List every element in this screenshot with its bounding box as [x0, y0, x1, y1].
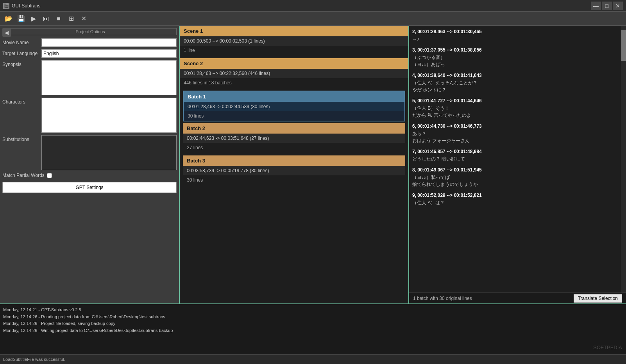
middle-panel: › Scene 1 00:00:00,500 --> 00:00:02,503 …: [180, 26, 409, 303]
subtitle-text-4: （住人 A）えっそんなことが？ やだ ホントに？: [412, 79, 623, 93]
subtitle-header-2: 2, 00:01:28,463 --> 00:01:30,465: [412, 29, 623, 34]
watermark: SOFTPEDIA: [593, 344, 622, 350]
batch3-container[interactable]: Batch 3 00:03:58,739 -> 00:05:19,778 (30…: [183, 155, 405, 185]
titlebar-title: GUI-Subtrans: [12, 3, 40, 9]
grid-button[interactable]: ⊞: [66, 13, 77, 24]
minimize-button[interactable]: —: [591, 2, 601, 10]
save-button[interactable]: 💾: [16, 13, 27, 24]
stop-button[interactable]: ■: [53, 13, 64, 24]
subtitle-entry-4: 4, 00:01:38,640 --> 00:01:41,643 （住人 A）え…: [412, 73, 623, 93]
log-entry-1: Monday, 12:14:26 - Reading project data …: [3, 314, 623, 321]
target-language-row: Target Language: [2, 49, 177, 58]
subtitle-entry-9: 9, 00:01:52,029 --> 00:01:52,821 （住人 A）は…: [412, 193, 623, 206]
main-area: ◀ Project Options Movie Name Target Lang…: [0, 26, 626, 303]
open-button[interactable]: 📂: [3, 13, 14, 24]
subtitle-header-6: 6, 00:01:44,730 --> 00:01:46,773: [412, 123, 623, 129]
scrollbar-track[interactable]: [621, 26, 626, 293]
scene1-lines: 1 line: [180, 46, 408, 55]
statusbar-text: LoadSubtitleFile was successful.: [3, 357, 65, 362]
batch1-container[interactable]: Batch 1 00:01:28,463 -> 00:02:44,539 (30…: [183, 91, 405, 121]
characters-group: Characters: [2, 98, 177, 133]
subtitle-text-2: ～♪: [412, 36, 623, 43]
scene1-label: Scene 1: [184, 28, 203, 34]
batch3-lines: 30 lines: [183, 175, 405, 185]
scene2-label: Scene 2: [184, 61, 203, 66]
app-icon: 🎬: [3, 3, 9, 9]
log-entry-2: Monday, 12:14:26 - Project file loaded, …: [3, 320, 623, 327]
substitutions-group: Substitutions: [2, 135, 177, 170]
subtitle-entry-6: 6, 00:01:44,730 --> 00:01:46,773 あら？ おはよ…: [412, 123, 623, 144]
characters-label: Characters: [2, 98, 41, 133]
play-button[interactable]: ▶: [28, 13, 39, 24]
match-partial-row: Match Partial Words: [2, 173, 177, 178]
subtitle-text-9: （住人 A）は？: [412, 199, 623, 206]
subtitle-header-9: 9, 00:01:52,029 --> 00:01:52,821: [412, 193, 623, 198]
close-project-button[interactable]: ✕: [78, 13, 89, 24]
close-button[interactable]: ✕: [613, 2, 623, 10]
maximize-button[interactable]: □: [602, 2, 612, 10]
subtitle-text-5: （住人 B）そう！ だから 私 言ってやったのよ: [412, 105, 623, 119]
batch2-header[interactable]: Batch 2: [183, 123, 405, 134]
batch1-lines: 30 lines: [184, 111, 404, 121]
batch2-time: 00:02:44,623 -> 00:03:51,648 (27 lines): [183, 134, 405, 143]
titlebar-left: 🎬 GUI-Subtrans: [3, 3, 40, 9]
statusbar: LoadSubtitleFile was successful.: [0, 354, 626, 364]
match-partial-label: Match Partial Words: [2, 173, 45, 178]
synopsis-input[interactable]: [41, 60, 177, 95]
subtitle-entry-2: 2, 00:01:28,463 --> 00:01:30,465 ～♪: [412, 29, 623, 43]
batch2-label: Batch 2: [187, 125, 205, 131]
substitutions-input[interactable]: [41, 135, 177, 170]
toolbar: 📂 💾 ▶ ⏭ ■ ⊞ ✕: [0, 12, 626, 26]
match-partial-checkbox[interactable]: [47, 173, 52, 178]
characters-input[interactable]: [41, 98, 177, 133]
left-panel: ◀ Project Options Movie Name Target Lang…: [0, 26, 180, 303]
subtitle-entry-3: 3, 00:01:37,055 --> 00:01:38,056 （ぶつかる音）…: [412, 47, 623, 68]
subtitle-header-4: 4, 00:01:38,640 --> 00:01:41,643: [412, 73, 623, 78]
gpt-settings-button[interactable]: GPT Settings: [2, 182, 177, 193]
watermark-text: SOFTPEDIA: [593, 344, 622, 350]
skip-button[interactable]: ⏭: [41, 13, 52, 24]
subtitle-list: 2, 00:01:28,463 --> 00:01:30,465 ～♪ 3, 0…: [409, 26, 626, 293]
target-language-input[interactable]: [41, 49, 177, 58]
titlebar-controls: — □ ✕: [591, 2, 623, 10]
titlebar: 🎬 GUI-Subtrans — □ ✕: [0, 0, 626, 12]
synopsis-label: Synopsis: [2, 60, 41, 95]
target-language-label: Target Language: [2, 51, 41, 56]
subtitle-header-7: 7, 00:01:46,857 --> 00:01:48,984: [412, 149, 623, 154]
scene2-lines: 446 lines in 18 batches: [180, 78, 408, 87]
movie-name-input[interactable]: [41, 38, 177, 47]
subtitle-header-8: 8, 00:01:49,067 --> 00:01:51,945: [412, 167, 623, 173]
log-panel: Monday, 12:14:21 - GPT-Subtrans v0.2.5 M…: [0, 303, 626, 354]
batch1-time: 00:01:28,463 -> 00:02:44,539 (30 lines): [184, 102, 404, 111]
scene2-header[interactable]: Scene 2: [180, 58, 408, 69]
subtitle-text-3: （ぶつかる音） （ヨル）あばっ: [412, 54, 623, 68]
batch2-container[interactable]: Batch 2 00:02:44,623 -> 00:03:51,648 (27…: [183, 123, 405, 152]
subtitle-text-6: あら？ おはよう フォージャーさん: [412, 130, 623, 144]
scene1-header[interactable]: Scene 1: [180, 26, 408, 36]
subtitle-entry-5: 5, 00:01:41,727 --> 00:01:44,646 （住人 B）そ…: [412, 98, 623, 119]
synopsis-group: Synopsis: [2, 60, 177, 95]
log-entry-0: Monday, 12:14:21 - GPT-Subtrans v0.2.5: [3, 307, 623, 314]
batch3-label: Batch 3: [187, 158, 205, 164]
batch1-header[interactable]: Batch 1: [184, 91, 404, 102]
batch3-header[interactable]: Batch 3: [183, 155, 405, 166]
panel-title: Project Options: [4, 28, 177, 35]
batch3-time: 00:03:58,739 -> 00:05:19,778 (30 lines): [183, 166, 405, 175]
footer-status: 1 batch with 30 original lines: [413, 296, 472, 301]
batch2-lines: 27 lines: [183, 143, 405, 152]
batch1-label: Batch 1: [188, 94, 206, 100]
back-button[interactable]: ◀: [2, 28, 11, 37]
log-entry-3: Monday, 12:14:26 - Writing project data …: [3, 327, 623, 334]
movie-name-label: Movie Name: [2, 40, 41, 45]
subtitle-entry-8: 8, 00:01:49,067 --> 00:01:51,945 （ヨル）私って…: [412, 167, 623, 188]
scrollbar-thumb[interactable]: [621, 30, 626, 61]
substitutions-label: Substitutions: [2, 135, 41, 170]
subtitle-header-5: 5, 00:01:41,727 --> 00:01:44,646: [412, 98, 623, 103]
scene2-time: 00:01:28,463 --> 00:22:32,560 (446 lines…: [180, 69, 408, 78]
right-footer: 1 batch with 30 original lines Translate…: [409, 293, 626, 303]
right-panel: 2, 00:01:28,463 --> 00:01:30,465 ～♪ 3, 0…: [409, 26, 626, 303]
subtitle-header-3: 3, 00:01:37,055 --> 00:01:38,056: [412, 47, 623, 53]
subtitle-text-7: どうしたの？ 暗い顔して: [412, 155, 623, 162]
translate-selection-button[interactable]: Translate Selection: [574, 294, 622, 303]
scene1-time: 00:00:00,500 --> 00:00:02,503 (1 lines): [180, 36, 408, 46]
